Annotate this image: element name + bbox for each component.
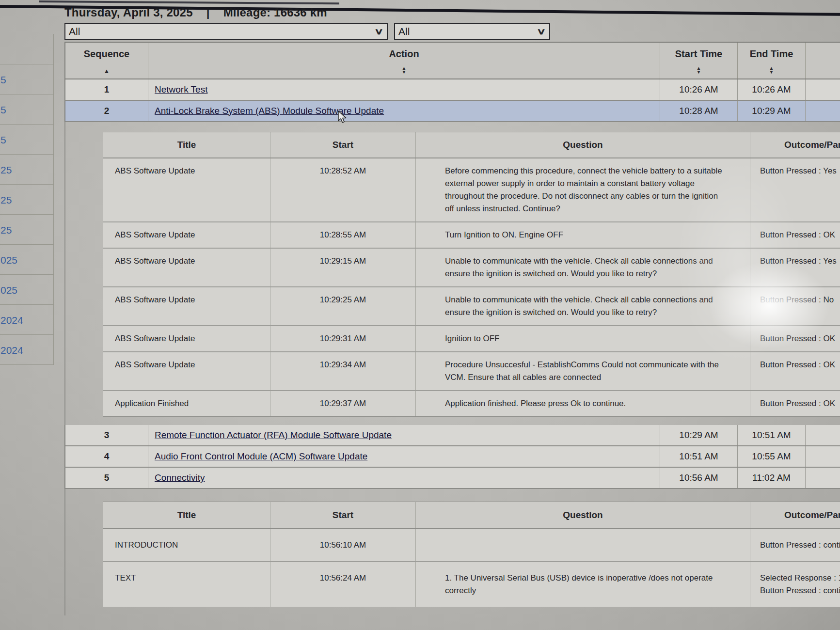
detail-title-cell: ABS Software Update — [103, 326, 270, 351]
action-detail-section: TitleStartQuestionOutcome/ParaINTRODUCTI… — [64, 489, 840, 615]
detail-table-header: TitleStartQuestionOutcome/Para — [103, 502, 840, 529]
detail-start-cell: 10:28:55 AM — [270, 222, 416, 248]
outcome-line: Button Pressed : OK — [760, 229, 840, 241]
history-item[interactable]: 025 — [0, 275, 53, 305]
detail-row: ABS Software Update10:29:34 AMProcedure … — [103, 352, 840, 391]
column-header-empty — [806, 43, 840, 79]
detail-start-cell: 10:29:34 AM — [270, 352, 416, 390]
history-item[interactable]: 5 — [0, 125, 53, 155]
detail-column-header: Question — [416, 502, 750, 528]
detail-start-cell: 10:29:37 AM — [270, 391, 416, 416]
history-item[interactable]: 25 — [0, 155, 53, 185]
detail-question-cell: Procedure Unsuccesful - EstablishComms C… — [416, 352, 750, 390]
actions-table-body: 1Network Test10:26 AM10:26 AM2Anti-Lock … — [64, 79, 840, 615]
row-extra-cell — [806, 468, 840, 488]
column-header-label: Start Time — [675, 48, 722, 60]
detail-outcome-cell: Button Pressed : No — [750, 287, 840, 325]
detail-question-cell: Before commencing this procedure, connec… — [416, 158, 750, 221]
filter-dropdown-primary-value: All — [69, 26, 80, 37]
sort-toggle-icon: ▲▼ — [402, 66, 407, 74]
chevron-down-icon: ∨ — [537, 26, 546, 37]
detail-title-cell: INTRODUCTION — [103, 529, 270, 561]
detail-start-cell: 10:28:52 AM — [270, 158, 416, 221]
history-item[interactable]: 5 — [0, 64, 53, 94]
detail-column-header: Title — [103, 502, 270, 528]
detail-question-cell: Unable to communicate with the vehicle. … — [416, 249, 750, 286]
header-separator: | — [206, 6, 210, 19]
detail-question-cell: Unable to communicate with the vehicle. … — [416, 287, 750, 325]
outcome-line: Button Pressed : Yes — [760, 165, 840, 177]
action-cell: Audio Front Control Module (ACM) Softwar… — [148, 446, 660, 467]
history-item[interactable]: 5 — [0, 94, 53, 125]
session-date: Thursday, April 3, 2025 — [64, 6, 193, 19]
outcome-line: Selected Response : 1 — [760, 572, 840, 584]
detail-title-cell: ABS Software Update — [103, 287, 270, 325]
sequence-cell: 2 — [65, 101, 148, 121]
action-link[interactable]: Connectivity — [155, 472, 205, 483]
sort-toggle-icon: ▲▼ — [769, 66, 774, 74]
actions-table-header: Sequence▲Action▲▼Start Time▲▼End Time▲▼ — [64, 42, 840, 79]
action-row[interactable]: 5Connectivity10:56 AM11:02 AM — [64, 468, 840, 489]
action-row[interactable]: 1Network Test10:26 AM10:26 AM — [64, 79, 840, 101]
detail-question-cell: Application finished. Please press Ok to… — [416, 391, 750, 416]
outcome-line: Button Pressed : No — [760, 294, 840, 306]
action-link[interactable]: Audio Front Control Module (ACM) Softwar… — [155, 451, 367, 462]
column-header-end-time[interactable]: End Time▲▼ — [738, 43, 806, 79]
action-link[interactable]: Remote Function Actuator (RFA) Module So… — [155, 430, 392, 441]
action-detail-section: TitleStartQuestionOutcome/ParaABS Softwa… — [64, 122, 840, 425]
outcome-line: Button Pressed : conti — [760, 539, 840, 551]
history-item[interactable]: 025 — [0, 245, 53, 275]
filter-dropdown-secondary[interactable]: All ∨ — [394, 23, 550, 40]
mileage-label: Mileage: 16636 km — [223, 6, 327, 19]
filter-dropdown-primary[interactable]: All ∨ — [64, 23, 388, 40]
detail-outcome-cell: Button Pressed : conti — [750, 529, 840, 561]
detail-column-header: Start — [270, 502, 416, 528]
detail-outcome-cell: Button Pressed : OK — [750, 326, 840, 351]
detail-start-cell: 10:56:24 AM — [270, 562, 416, 607]
column-header-label: Action — [389, 48, 419, 60]
sort-toggle-icon: ▲▼ — [697, 66, 701, 74]
action-link[interactable]: Anti-Lock Brake System (ABS) Module Soft… — [155, 106, 384, 116]
column-header-label: Sequence — [84, 48, 129, 60]
actions-table: Sequence▲Action▲▼Start Time▲▼End Time▲▼ … — [64, 42, 840, 615]
action-row[interactable]: 2Anti-Lock Brake System (ABS) Module Sof… — [64, 101, 840, 122]
chevron-down-icon: ∨ — [374, 26, 384, 37]
detail-title-cell: ABS Software Update — [103, 158, 270, 221]
end-time-cell: 10:55 AM — [738, 446, 806, 467]
detail-column-header: Start — [270, 132, 416, 158]
row-extra-cell — [806, 425, 840, 445]
history-item[interactable]: 25 — [0, 215, 53, 245]
detail-start-cell: 10:29:15 AM — [270, 249, 416, 286]
detail-outcome-cell: Button Pressed : Yes — [750, 158, 840, 221]
start-time-cell: 10:28 AM — [660, 101, 738, 121]
action-link[interactable]: Network Test — [155, 84, 207, 95]
outcome-line: Button Pressed : OK — [760, 397, 840, 410]
history-panel-spacer — [0, 34, 53, 64]
column-header-sequence[interactable]: Sequence▲ — [65, 43, 148, 79]
detail-table: TitleStartQuestionOutcome/ParaINTRODUCTI… — [103, 502, 840, 607]
detail-table: TitleStartQuestionOutcome/ParaABS Softwa… — [103, 132, 840, 417]
column-header-action[interactable]: Action▲▼ — [148, 43, 660, 79]
start-time-cell: 10:29 AM — [660, 425, 738, 445]
row-extra-cell — [806, 101, 840, 121]
history-item[interactable]: 25 — [0, 185, 53, 215]
end-time-cell: 10:29 AM — [738, 101, 806, 121]
window-top-border-secondary — [39, 0, 339, 4]
detail-row: ABS Software Update10:29:25 AMUnable to … — [103, 287, 840, 326]
start-time-cell: 10:51 AM — [660, 446, 738, 467]
detail-title-cell: ABS Software Update — [103, 352, 270, 390]
detail-title-cell: Application Finished — [103, 391, 270, 416]
detail-column-header: Title — [103, 132, 270, 158]
sequence-cell: 3 — [65, 425, 148, 445]
column-header-start-time[interactable]: Start Time▲▼ — [660, 43, 738, 79]
detail-row: Application Finished10:29:37 AMApplicati… — [103, 391, 840, 416]
action-row[interactable]: 3Remote Function Actuator (RFA) Module S… — [64, 425, 840, 446]
history-item[interactable]: 2024 — [0, 305, 53, 335]
start-time-cell: 10:56 AM — [660, 468, 738, 488]
detail-title-cell: TEXT — [103, 562, 270, 607]
sequence-cell: 5 — [65, 468, 148, 488]
history-item[interactable]: 2024 — [0, 335, 53, 365]
detail-outcome-cell: Selected Response : 1Button Pressed : co… — [750, 562, 840, 607]
action-row[interactable]: 4Audio Front Control Module (ACM) Softwa… — [64, 446, 840, 468]
detail-start-cell: 10:29:25 AM — [270, 287, 416, 325]
